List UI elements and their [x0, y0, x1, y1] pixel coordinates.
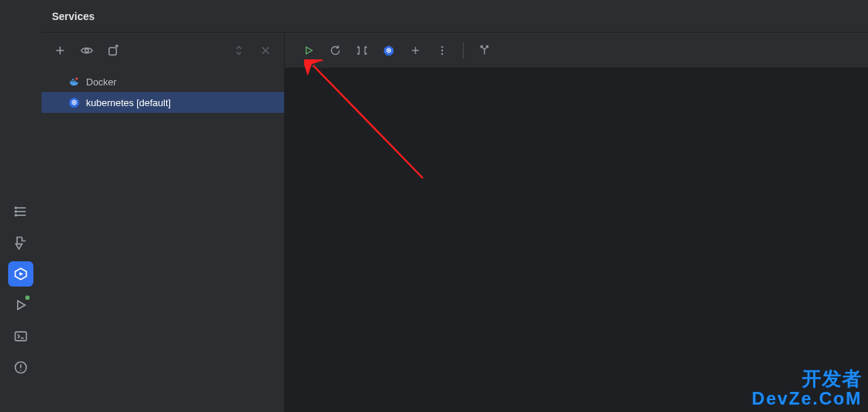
watermark-line2: DevZe.CoM — [752, 389, 862, 408]
problems-tool-button[interactable] — [8, 355, 33, 380]
remove-button[interactable] — [254, 39, 277, 62]
svg-marker-7 — [19, 272, 23, 276]
svg-line-52 — [484, 46, 488, 50]
svg-rect-24 — [74, 81, 76, 82]
terminal-tool-button[interactable] — [8, 324, 33, 349]
tree-label: kubernetes [default] — [86, 97, 171, 108]
services-tool-button[interactable] — [8, 261, 33, 287]
namespaces-button[interactable] — [352, 40, 372, 61]
svg-marker-36 — [306, 47, 312, 53]
open-new-tab-button[interactable] — [102, 39, 125, 62]
svg-point-13 — [20, 370, 22, 371]
svg-point-49 — [441, 53, 443, 54]
add-service-button[interactable] — [49, 39, 71, 62]
build-tool-button[interactable] — [8, 230, 33, 255]
run-connect-button[interactable] — [298, 40, 319, 61]
svg-point-4 — [15, 211, 16, 212]
svg-rect-25 — [72, 79, 73, 80]
kubernetes-context-button[interactable] — [378, 40, 399, 61]
tree-row-kubernetes[interactable]: kubernetes [default] — [42, 92, 284, 113]
svg-point-5 — [15, 215, 16, 216]
docker-icon — [68, 76, 80, 88]
svg-line-51 — [481, 46, 484, 50]
watermark: 开发者 DevZe.CoM — [752, 369, 862, 408]
svg-rect-9 — [16, 332, 27, 341]
tree-row-docker[interactable]: Docker — [42, 71, 284, 92]
structure-tool-button[interactable] — [8, 199, 33, 224]
expand-collapse-button[interactable] — [228, 39, 250, 62]
tree-label: Docker — [86, 76, 116, 88]
svg-rect-22 — [70, 81, 72, 82]
svg-point-16 — [85, 49, 89, 53]
content-area — [285, 33, 868, 412]
add-resource-button[interactable] — [405, 40, 426, 61]
panel-title: Services — [52, 10, 95, 22]
more-actions-button[interactable] — [432, 40, 453, 61]
services-tree: Docker kubernetes [default] — [42, 68, 284, 113]
port-forward-button[interactable] — [474, 40, 495, 61]
refresh-button[interactable] — [325, 40, 346, 61]
kubernetes-icon — [68, 97, 80, 108]
svg-point-3 — [15, 207, 16, 209]
svg-marker-8 — [18, 301, 25, 310]
services-tree-toolbar — [42, 33, 284, 68]
activity-bar — [0, 0, 42, 412]
svg-rect-23 — [72, 81, 73, 82]
watermark-line1: 开发者 — [752, 369, 862, 389]
toolbar-divider — [463, 42, 464, 59]
visibility-button[interactable] — [76, 39, 98, 62]
content-toolbar — [285, 33, 868, 68]
services-tree-panel: Docker kubernetes [default] — [42, 33, 285, 412]
svg-point-47 — [441, 46, 443, 48]
svg-rect-17 — [109, 48, 116, 55]
svg-point-48 — [441, 49, 443, 50]
services-header: Services — [42, 0, 868, 33]
run-tool-button[interactable] — [8, 292, 33, 318]
